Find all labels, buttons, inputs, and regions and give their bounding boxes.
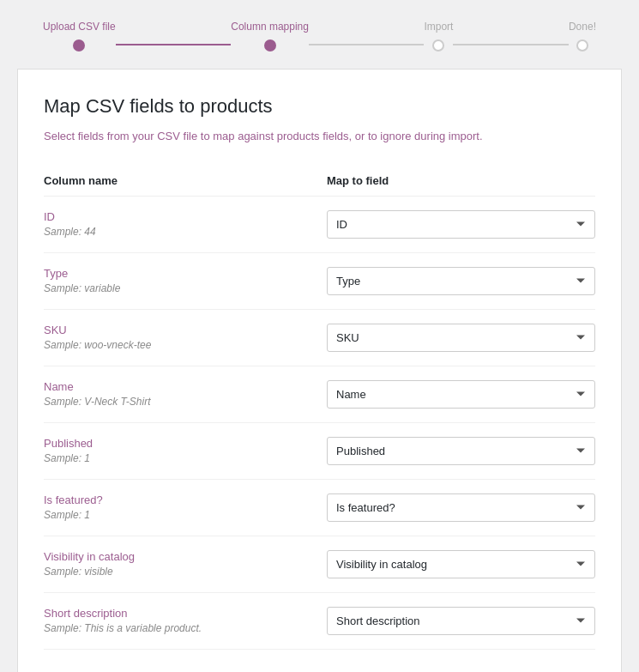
field-sample-6: Sample: visible (44, 566, 327, 578)
field-name-6: Visibility in catalog (44, 550, 327, 563)
step-import: Import (424, 21, 453, 51)
mapping-col-right-5: IDTypeSKUNamePublishedIs featured?Visibi… (327, 493, 595, 522)
mapping-row: IDSample: 44IDTypeSKUNamePublishedIs fea… (44, 197, 595, 253)
mapping-col-right-0: IDTypeSKUNamePublishedIs featured?Visibi… (327, 210, 595, 239)
field-name-5: Is featured? (44, 493, 327, 506)
connector-1 (116, 44, 232, 45)
mapping-col-right-2: IDTypeSKUNamePublishedIs featured?Visibi… (327, 324, 595, 352)
mapping-row: Visibility in catalogSample: visibleIDTy… (44, 536, 595, 593)
map-to-field-header: Map to field (327, 174, 595, 187)
connector-3 (453, 44, 569, 45)
select-wrapper-5: IDTypeSKUNamePublishedIs featured?Visibi… (327, 493, 595, 522)
mapping-col-left-6: Visibility in catalogSample: visible (44, 550, 327, 578)
step-mapping-label: Column mapping (231, 21, 309, 33)
map-select-0[interactable]: IDTypeSKUNamePublishedIs featured?Visibi… (327, 210, 595, 239)
map-select-7[interactable]: IDTypeSKUNamePublishedIs featured?Visibi… (327, 607, 595, 635)
map-select-3[interactable]: IDTypeSKUNamePublishedIs featured?Visibi… (327, 380, 595, 409)
select-wrapper-2: IDTypeSKUNamePublishedIs featured?Visibi… (327, 324, 595, 352)
step-upload-label: Upload CSV file (43, 21, 116, 33)
map-select-2[interactable]: IDTypeSKUNamePublishedIs featured?Visibi… (327, 324, 595, 352)
mapping-col-left-5: Is featured?Sample: 1 (44, 493, 327, 521)
select-wrapper-3: IDTypeSKUNamePublishedIs featured?Visibi… (327, 380, 595, 409)
mapping-col-left-2: SKUSample: woo-vneck-tee (44, 324, 327, 351)
mapping-col-right-1: IDTypeSKUNamePublishedIs featured?Visibi… (327, 267, 595, 295)
select-wrapper-6: IDTypeSKUNamePublishedIs featured?Visibi… (327, 550, 595, 578)
map-select-1[interactable]: IDTypeSKUNamePublishedIs featured?Visibi… (327, 267, 595, 295)
page-title: Map CSV fields to products (44, 95, 595, 118)
mapping-rows-container: IDSample: 44IDTypeSKUNamePublishedIs fea… (44, 197, 595, 650)
mapping-col-right-3: IDTypeSKUNamePublishedIs featured?Visibi… (327, 380, 595, 409)
step-done-dot (576, 39, 588, 51)
field-name-3: Name (44, 380, 327, 393)
subtitle-rest: to map against products fields, or to ig… (197, 130, 482, 142)
mapping-row: Is featured?Sample: 1IDTypeSKUNamePublis… (44, 480, 595, 536)
mapping-row: PublishedSample: 1IDTypeSKUNamePublished… (44, 423, 595, 480)
mapping-row: NameSample: V-Neck T-ShirtIDTypeSKUNameP… (44, 366, 595, 423)
map-select-6[interactable]: IDTypeSKUNamePublishedIs featured?Visibi… (327, 550, 595, 578)
mapping-col-left-0: IDSample: 44 (44, 210, 327, 238)
select-wrapper-0: IDTypeSKUNamePublishedIs featured?Visibi… (327, 210, 595, 239)
field-name-2: SKU (44, 324, 327, 336)
step-upload: Upload CSV file (43, 21, 116, 51)
select-wrapper-4: IDTypeSKUNamePublishedIs featured?Visibi… (327, 437, 595, 465)
field-name-0: ID (44, 210, 327, 223)
step-import-dot (432, 39, 444, 51)
mapping-col-right-7: IDTypeSKUNamePublishedIs featured?Visibi… (327, 607, 595, 635)
mapping-col-left-7: Short descriptionSample: This is a varia… (44, 607, 327, 634)
page-wrapper: Upload CSV file Column mapping Import (0, 0, 639, 672)
mapping-row: TypeSample: variableIDTypeSKUNamePublish… (44, 253, 595, 310)
mapping-row: SKUSample: woo-vneck-teeIDTypeSKUNamePub… (44, 310, 595, 366)
page-subtitle: Select fields from your CSV file to map … (44, 128, 595, 145)
field-name-1: Type (44, 267, 327, 280)
column-name-header: Column name (44, 174, 327, 187)
table-header: Column name Map to field (44, 166, 595, 197)
field-sample-7: Sample: This is a variable product. (44, 622, 327, 634)
step-mapping-dot (264, 39, 276, 51)
step-upload-dot (73, 39, 85, 51)
field-sample-1: Sample: variable (44, 282, 327, 294)
subtitle-highlight: CSV file (157, 130, 197, 142)
field-sample-2: Sample: woo-vneck-tee (44, 339, 327, 351)
mapping-col-left-4: PublishedSample: 1 (44, 437, 327, 464)
mapping-col-right-6: IDTypeSKUNamePublishedIs featured?Visibi… (327, 550, 595, 578)
field-sample-5: Sample: 1 (44, 509, 327, 521)
select-wrapper-7: IDTypeSKUNamePublishedIs featured?Visibi… (327, 607, 595, 635)
step-mapping: Column mapping (231, 21, 309, 51)
step-done: Done! (569, 21, 596, 51)
mapping-col-right-4: IDTypeSKUNamePublishedIs featured?Visibi… (327, 437, 595, 465)
mapping-row: Short descriptionSample: This is a varia… (44, 593, 595, 650)
map-select-4[interactable]: IDTypeSKUNamePublishedIs featured?Visibi… (327, 437, 595, 465)
progress-bar-container: Upload CSV file Column mapping Import (0, 0, 639, 69)
map-select-5[interactable]: IDTypeSKUNamePublishedIs featured?Visibi… (327, 493, 595, 522)
select-wrapper-1: IDTypeSKUNamePublishedIs featured?Visibi… (327, 267, 595, 295)
subtitle-text: Select fields from your (44, 130, 157, 142)
field-sample-4: Sample: 1 (44, 452, 327, 464)
mapping-col-left-1: TypeSample: variable (44, 267, 327, 294)
field-sample-3: Sample: V-Neck T-Shirt (44, 396, 327, 408)
step-import-label: Import (424, 21, 453, 33)
connector-2 (309, 44, 425, 45)
field-name-4: Published (44, 437, 327, 450)
field-name-7: Short description (44, 607, 327, 620)
step-done-label: Done! (569, 21, 596, 33)
field-sample-0: Sample: 44 (44, 226, 327, 238)
mapping-col-left-3: NameSample: V-Neck T-Shirt (44, 380, 327, 408)
main-card: Map CSV fields to products Select fields… (17, 69, 622, 672)
